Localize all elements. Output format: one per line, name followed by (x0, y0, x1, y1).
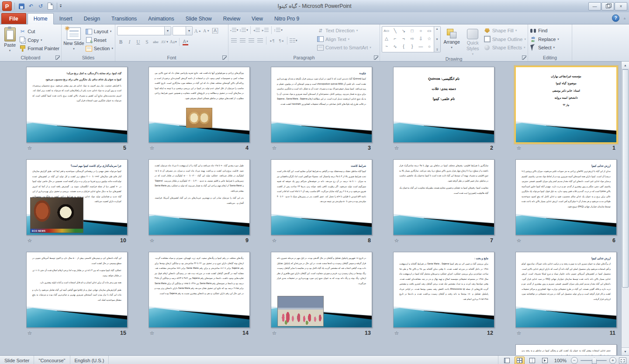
slide-11-thumbnail[interactable]: ارزش غذایی کینوااز برگ‌های جوان به عنوان… (515, 252, 617, 328)
slide-7-thumbnail[interactable]: سازگاری با شرایط اقلیمی: رقم‌های مختلف ک… (393, 159, 494, 235)
tab-transitions[interactable]: Transitions (106, 14, 142, 24)
tab-animations[interactable]: Animations (142, 14, 180, 24)
theme-status[interactable]: "Concourse" (34, 356, 70, 364)
slide-1-thumbnail[interactable]: مؤسسه غیرانتفاعی بهارانموضوع: گیاه کینوا… (515, 67, 617, 143)
convert-to-smartart-button[interactable]: Convert to SmartArt▾ (317, 44, 371, 51)
slide-8-thumbnail[interactable]: شرایط کاشتکینوا گیاه مناطق خشک و نیمه‌خش… (271, 159, 372, 235)
bold-button[interactable]: B (117, 38, 124, 45)
columns-button[interactable]: ▾ (290, 37, 297, 45)
zoom-out-button[interactable]: − (571, 357, 578, 364)
help-icon[interactable]: ? (612, 14, 619, 22)
strikethrough-button[interactable]: abe (152, 38, 159, 45)
scroll-down-button[interactable]: ▼ (622, 347, 629, 355)
language-status[interactable]: English (U.S.) (70, 356, 109, 364)
shape-fill-button[interactable]: Shape Fill▾ (484, 27, 526, 34)
slide-9-thumbnail[interactable]: طول دوره رشدی گیاه ۹۰ تا ۱۲۵ ماه می‌باشد… (149, 159, 250, 235)
slide-13-thumbnail[interactable]: در تاریخ ۱۸ شهریور پانیکول تشکیل و گیاها… (271, 252, 372, 328)
drawing-dialog-launcher[interactable] (522, 55, 526, 60)
tab-view[interactable]: View (246, 14, 269, 24)
slide-12-thumbnail[interactable]: نتایج و بحث :برای بررسی گیاه و تعیین اثر… (393, 252, 494, 328)
tab-design[interactable]: Design (78, 14, 106, 24)
normal-view-button[interactable] (502, 357, 512, 364)
ltr-text-direction-button[interactable]: ▸¶ (269, 37, 276, 45)
powerpoint-logo-icon[interactable]: P (2, 1, 12, 11)
slide-3-thumbnail[interactable]: چکیدهکینوا (Quinoa) گیاه جدیدی است که تا… (271, 67, 372, 143)
transition-star-icon[interactable]: ☆ (272, 331, 276, 336)
justify-button[interactable] (256, 37, 264, 45)
shape-effects-button[interactable]: Shape Effects▾ (484, 44, 526, 51)
clear-formatting-button[interactable]: 🄰 (211, 27, 219, 34)
shapes-scroll-buttons[interactable]: ▲▼⊽ (434, 27, 440, 52)
paragraph-dialog-launcher[interactable] (374, 55, 378, 60)
transition-star-icon[interactable]: ☆ (394, 146, 399, 151)
slide-2-thumbnail[interactable]: نام انگلیسی: Quinoaدسته بندی: غلاتنام عل… (393, 67, 494, 143)
tab-insert[interactable]: Insert (54, 14, 78, 24)
slide-5-thumbnail[interactable]: گیاه کینوا، برای مقابله با گرسنگی، به کم… (26, 67, 128, 143)
transition-star-icon[interactable]: ☆ (27, 331, 32, 336)
slide-10-thumbnail[interactable]: چرا سرمایه‌گذاری برای کاشت کینوا مهم است… (26, 159, 128, 235)
replace-button[interactable]: abacReplace▾ (530, 36, 559, 43)
reading-view-button[interactable] (527, 357, 537, 364)
vertical-scrollbar[interactable]: ▲ ▼ (621, 62, 629, 355)
change-case-button[interactable]: Aa▾ (169, 38, 177, 45)
rtl-text-direction-button[interactable]: ¶◂ (277, 37, 285, 45)
tab-slide-show[interactable]: Slide Show (180, 14, 218, 24)
transition-star-icon[interactable]: ☆ (149, 331, 154, 336)
transition-star-icon[interactable]: ☆ (149, 238, 154, 243)
slide-6-thumbnail[interactable]: ارزش غذایی کینواجدای از این گیاه با ارزش… (515, 159, 617, 235)
slide-show-button[interactable] (540, 357, 550, 364)
transition-star-icon[interactable]: ☆ (394, 238, 399, 243)
text-shadow-button[interactable]: S (143, 38, 151, 45)
undo-icon[interactable]: ↶ (27, 2, 35, 10)
align-text-button[interactable]: Align Text▾ (317, 36, 371, 43)
text-direction-button[interactable]: ⇵Text Direction▾ (317, 27, 371, 34)
transition-star-icon[interactable]: ☆ (149, 146, 154, 151)
transition-star-icon[interactable]: ☆ (27, 238, 32, 243)
shape-outline-button[interactable]: Shape Outline▾ (484, 36, 526, 43)
scroll-up-button[interactable]: ▲ (622, 62, 629, 69)
character-spacing-button[interactable]: AV▾ (161, 38, 168, 45)
bullets-button[interactable]: •▾ (230, 27, 238, 34)
restore-button[interactable] (601, 2, 614, 10)
redo-icon[interactable]: ↺ (37, 2, 45, 10)
transition-star-icon[interactable]: ☆ (516, 146, 521, 151)
format-painter-button[interactable]: Format Painter (19, 45, 59, 52)
transition-star-icon[interactable]: ☆ (516, 331, 521, 336)
find-button[interactable]: Find (530, 27, 559, 34)
align-left-button[interactable] (230, 37, 238, 45)
minimize-button[interactable]: — (588, 2, 601, 10)
save-icon[interactable] (17, 2, 25, 10)
quick-styles-button[interactable]: Quick Styles▾ (463, 26, 483, 56)
paste-button[interactable]: Paste▾ (2, 26, 18, 54)
align-center-button[interactable] (239, 37, 246, 45)
increase-indent-button[interactable]: ▸ (262, 27, 269, 34)
underline-button[interactable]: U (135, 38, 142, 45)
layout-button[interactable]: Layout▾ (86, 28, 113, 35)
scrollbar-thumb[interactable] (622, 69, 629, 288)
select-button[interactable]: Select▾ (530, 44, 559, 51)
zoom-slider-thumb[interactable] (592, 357, 597, 364)
italic-button[interactable]: I (126, 38, 133, 45)
fit-to-window-button[interactable] (619, 357, 626, 364)
tab-file[interactable]: File (1, 13, 26, 24)
transition-star-icon[interactable]: ☆ (27, 146, 32, 151)
decrease-indent-button[interactable]: ◂ (253, 27, 260, 34)
zoom-in-button[interactable]: + (609, 357, 616, 364)
section-button[interactable]: Section▾ (86, 45, 113, 52)
font-size-combobox[interactable]: ▼ (173, 26, 193, 35)
close-button[interactable]: × (615, 2, 627, 10)
font-dialog-launcher[interactable] (222, 55, 227, 60)
tab-review[interactable]: Review (218, 14, 246, 24)
copy-button[interactable]: Copy▾ (19, 37, 59, 44)
font-name-combobox[interactable]: ▼ (117, 26, 171, 35)
slide-16-thumbnail[interactable]: حجم غذایی استفاده بیشتر گیاه به عنوان یک… (515, 344, 617, 355)
clipboard-dialog-launcher[interactable] (55, 55, 60, 60)
tab-nitro-pro[interactable]: Nitro Pro 9 (269, 14, 305, 24)
new-slide-button[interactable]: New Slide▾ (63, 26, 84, 54)
line-spacing-button[interactable]: ↕▾ (274, 27, 283, 34)
numbering-button[interactable]: 1▾ (239, 27, 248, 34)
cut-button[interactable]: ✂Cut (19, 28, 59, 35)
transition-star-icon[interactable]: ☆ (272, 238, 276, 243)
slide-15-thumbnail[interactable]: این گیاه دانه‌های کرد و چینی‌های کاسمی ب… (26, 252, 128, 328)
collapse-ribbon-icon[interactable]: ▵ (624, 16, 626, 20)
